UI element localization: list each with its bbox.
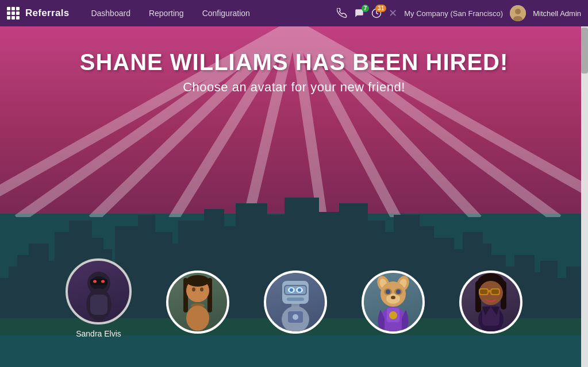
svg-rect-53 [90, 279, 107, 285]
svg-rect-99 [480, 289, 487, 294]
svg-point-71 [290, 288, 293, 292]
svg-rect-57 [90, 295, 107, 315]
svg-point-86 [386, 289, 390, 294]
svg-point-2 [515, 9, 521, 14]
avatars-row: Sandra Elvis [0, 258, 588, 338]
company-name[interactable]: My Company (San Francisco) [404, 9, 503, 18]
nav-right-actions: 7 31 ✕ My Company (San Francisco) Mitche… [337, 5, 581, 21]
svg-point-91 [389, 311, 397, 319]
svg-rect-73 [287, 298, 304, 301]
svg-point-72 [298, 288, 301, 292]
svg-point-88 [391, 296, 395, 299]
svg-point-63 [200, 287, 203, 291]
svg-point-54 [93, 280, 97, 283]
phone-icon[interactable] [337, 8, 347, 18]
activity-icon[interactable]: 31 [371, 8, 382, 18]
svg-point-62 [192, 287, 195, 291]
hero-title: Shane Williams has been hired! [0, 49, 588, 75]
avatar-5[interactable] [459, 271, 522, 338]
svg-rect-100 [491, 289, 499, 294]
svg-rect-98 [488, 290, 491, 292]
chat-badge: 7 [362, 5, 370, 12]
navbar: Referrals Dashboard Reporting Configurat… [0, 0, 588, 26]
svg-point-77 [293, 314, 298, 320]
main-content: Shane Williams has been hired! Choose an… [0, 26, 588, 367]
hero-subtitle: Choose an avatar for your new friend! [0, 80, 588, 95]
scrollbar[interactable] [581, 26, 588, 367]
nav-menu: Dashboard Reporting Configuration [83, 5, 337, 21]
svg-point-61 [186, 275, 209, 287]
avatar-circle-4[interactable] [362, 271, 425, 334]
chat-icon[interactable]: 7 [354, 8, 364, 18]
svg-point-55 [101, 280, 105, 283]
hero-text-area: Shane Williams has been hired! Choose an… [0, 49, 588, 95]
avatar-1[interactable]: Sandra Elvis [66, 258, 132, 338]
avatar-circle-5[interactable] [459, 271, 522, 334]
nav-configuration[interactable]: Configuration [194, 5, 258, 21]
nav-divider-icon: ✕ [389, 7, 397, 20]
user-avatar[interactable] [510, 5, 526, 21]
avatar-4[interactable] [362, 271, 425, 338]
svg-point-87 [396, 289, 401, 294]
app-brand[interactable]: Referrals [25, 7, 69, 19]
avatar-circle-3[interactable] [264, 271, 327, 334]
avatar-circle-2[interactable] [166, 271, 229, 334]
avatar-3[interactable] [264, 271, 327, 338]
avatar-1-label: Sandra Elvis [76, 329, 121, 338]
apps-menu-icon[interactable] [7, 7, 20, 20]
avatar-circle-1[interactable] [66, 258, 132, 324]
svg-point-65 [186, 306, 209, 331]
activity-badge: 31 [375, 5, 386, 12]
nav-reporting[interactable]: Reporting [141, 5, 192, 21]
nav-dashboard[interactable]: Dashboard [83, 5, 139, 21]
avatar-2[interactable] [166, 271, 229, 338]
scrollbar-thumb[interactable] [581, 28, 588, 74]
user-name[interactable]: Mitchell Admin [533, 9, 581, 18]
